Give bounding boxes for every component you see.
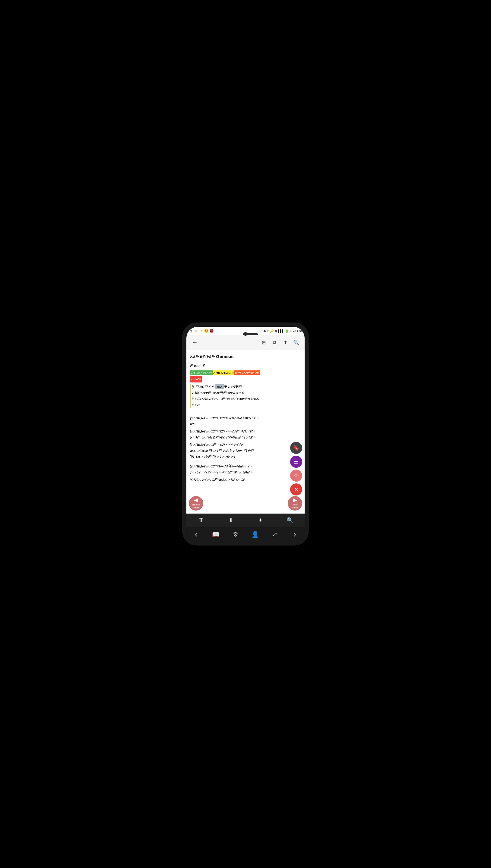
verse-7: ፯፡አግዚ አብሔርም፡ጠፈርን፡አደረ⸰ ርቦ <box>190 476 301 483</box>
verse-prefix: ምዕራፍ፡፩፡፡ <box>190 363 301 369</box>
phone-device: { } </> ⚡ 😊 👺 ⊕ ✦ 🔑 ✕ ▌▌▌ 🔋 6:23 PM ← ⊞ … <box>182 322 309 546</box>
signal-icon: ▌▌▌ <box>278 330 284 333</box>
verse1-part2: አግዚአብሔር፡ <box>213 370 234 375</box>
time-display: 6:23 PM <box>290 329 302 333</box>
verse1-part1: ፩፡በመጀመሪያ፡ <box>190 370 213 375</box>
code2-icon: </> <box>194 329 198 333</box>
nav-back-button[interactable]: ‹ <box>190 528 202 540</box>
previous-chapter-button[interactable]: ◀ previouschapter <box>189 496 203 510</box>
fab-area: 🔖 ☰ ✏ ✕ <box>290 442 302 495</box>
edit-fab-button[interactable]: ✏ <box>290 470 302 482</box>
close-fab-button[interactable]: ✕ <box>290 484 302 495</box>
usb-icon: ⚡ <box>199 329 203 333</box>
nav-bar: ‹ 📖 ⚙ 👤 ⤢ › <box>186 527 305 541</box>
nav-forward-button[interactable]: › <box>289 528 301 540</box>
share-bottom-button[interactable]: ⬆ <box>225 515 236 526</box>
chapter-title: አሪት ዘፍጥረት Genesis <box>190 353 301 360</box>
prev-label: previouschapter <box>192 503 200 510</box>
verse2-highlight: ነበረ <box>215 384 224 389</box>
verse1-part3: ሰማይና፡ምድርን፡ <box>234 370 260 375</box>
verse1-part4: ፈጠረ፡፡ <box>190 376 202 382</box>
verse-6: ፮፡አግዚአብሔርም፡በውሃዎች፡መካከል፡ጠፈ⸰ ይኹን፡በውሃና፡በውሃ፡መ… <box>190 463 301 475</box>
location-icon: ⊕ <box>263 330 266 333</box>
next-arrow-icon: ▶ <box>293 497 297 503</box>
devil-icon: 👺 <box>210 329 214 333</box>
smile-icon: 😊 <box>204 329 209 333</box>
prev-arrow-icon: ◀ <box>194 497 198 503</box>
grid-button[interactable]: ⊞ <box>259 338 268 347</box>
key-icon: 🔑 <box>270 330 273 333</box>
content-area: አሪት ዘፍጥረት Genesis ምዕራፍ፡፩፡፡ ፩፡በመጀመሪያ፡አግዚአ… <box>186 350 305 514</box>
highlight-button[interactable]: ✦ <box>255 515 266 526</box>
text-format-button[interactable]: T <box>196 515 207 526</box>
code1-icon: { } <box>189 329 193 333</box>
back-button[interactable]: ← <box>190 338 200 347</box>
search-button[interactable]: 🔍 <box>291 338 301 347</box>
phone-screen: { } </> ⚡ 😊 👺 ⊕ ✦ 🔑 ✕ ▌▌▌ 🔋 6:23 PM ← ⊞ … <box>186 327 305 541</box>
toolbar-right-buttons: ⊞ ⧉ ⬆ 🔍 <box>259 338 301 347</box>
bottom-toolbar: T ⬆ ✦ 🔍 <box>186 514 305 527</box>
copy-button[interactable]: ⧉ <box>270 338 279 347</box>
bluetooth-icon: ✦ <box>267 330 269 333</box>
nav-expand-button[interactable]: ⤢ <box>269 528 281 540</box>
verse-2: ፪፡ምድርም፡ባዶ፡ነበረች፡አንዳችም፡ አልነበረባትም፡ጨለማም፡በጥልቁ… <box>190 384 301 408</box>
content-scroll[interactable]: አሪት ዘፍጥረት Genesis ምዕራፍ፡፩፡፡ ፩፡በመጀመሪያ፡አግዚአ… <box>190 353 301 510</box>
verse-1: ፩፡በመጀመሪያ፡አግዚአብሔር፡ሰማይና፡ምድርን፡ ፈጠረ፡፡ <box>190 370 301 382</box>
verse-3: ፫፡አግዚአብሔርም፡ብርሃን፡ይኹን፡አለ፤ብርሃንም፡ ሆነ፡ <box>190 415 301 427</box>
status-right-icons: ⊕ ✦ 🔑 ✕ ▌▌▌ 🔋 6:23 PM <box>263 329 302 333</box>
nav-settings-button[interactable]: ⚙ <box>230 528 241 540</box>
verse-5: ፭፡አግዚአብሔርም፡ብርሃኑን፡ቀን፡ብሎ፡ ጠራው፤ጨለማውንም፡ሌሊት፡አ… <box>190 441 301 460</box>
bookmark-fab-button[interactable]: 🔖 <box>290 442 302 454</box>
list-fab-button[interactable]: ☰ <box>290 456 302 468</box>
signal-x-icon: ✕ <box>275 330 277 333</box>
verse-4: ፬፡አግዚአብሔርም፡ብርሃኑ፡መልካም፡እንደ፡ኾነ፡ አየ፤አግዚአብሔርም… <box>190 428 301 440</box>
battery-icon: 🔋 <box>285 330 289 333</box>
nav-user-button[interactable]: 👤 <box>250 528 261 540</box>
search-bottom-button[interactable]: 🔍 <box>284 515 295 526</box>
status-left-icons: { } </> ⚡ 😊 👺 <box>189 329 214 333</box>
share-button[interactable]: ⬆ <box>281 338 290 347</box>
app-toolbar: ← ⊞ ⧉ ⬆ 🔍 <box>186 335 305 350</box>
next-label: nextchapter <box>291 503 298 510</box>
speaker <box>243 333 258 335</box>
next-chapter-button[interactable]: ▶ nextchapter <box>288 496 302 510</box>
nav-book-button[interactable]: 📖 <box>210 528 222 540</box>
